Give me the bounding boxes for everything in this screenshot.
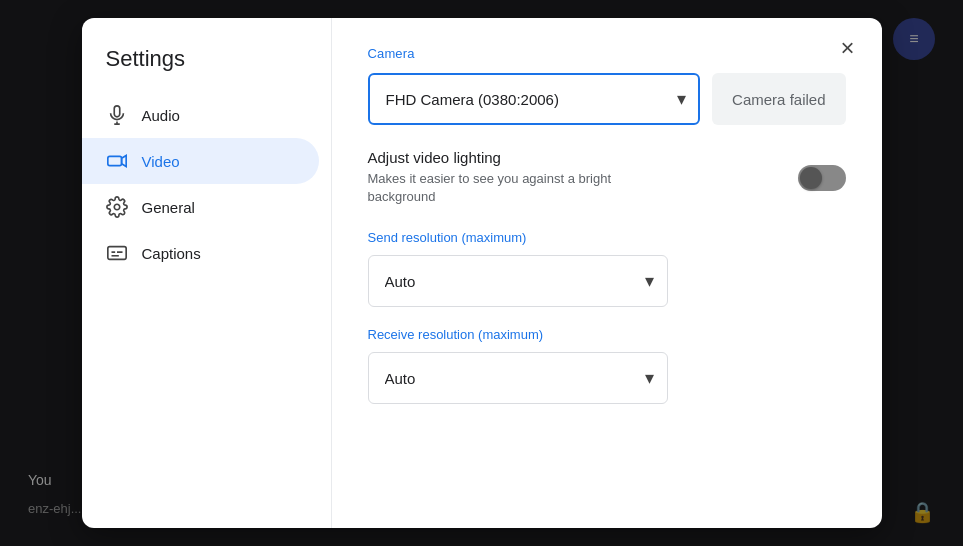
receive-resolution-select[interactable]: Auto 720p 1080p 360p	[368, 352, 668, 404]
send-resolution-label: Send resolution (maximum)	[368, 230, 846, 245]
audio-icon	[106, 104, 128, 126]
adjust-video-desc: Makes it easier to see you against a bri…	[368, 170, 668, 206]
svg-point-5	[114, 204, 120, 210]
adjust-video-title: Adjust video lighting	[368, 149, 668, 166]
sidebar-item-general-label: General	[142, 199, 195, 216]
video-icon	[106, 150, 128, 172]
captions-icon	[106, 242, 128, 264]
sidebar-item-video-label: Video	[142, 153, 180, 170]
sidebar: Settings Audio Video General	[82, 18, 332, 528]
main-content: Camera FHD Camera (0380:2006) ▾ Camera f…	[332, 18, 882, 528]
sidebar-item-captions[interactable]: Captions	[82, 230, 319, 276]
adjust-video-toggle[interactable]	[798, 165, 846, 191]
adjust-video-text: Adjust video lighting Makes it easier to…	[368, 149, 668, 206]
svg-rect-6	[107, 247, 125, 260]
receive-resolution-section: Receive resolution (maximum) Auto 720p 1…	[368, 327, 846, 404]
settings-dialog: × Settings Audio Video	[82, 18, 882, 528]
send-resolution-select-wrapper: Auto 720p 1080p 360p ▾	[368, 255, 668, 307]
camera-section-label: Camera	[368, 46, 846, 61]
receive-resolution-select-wrapper: Auto 720p 1080p 360p ▾	[368, 352, 668, 404]
sidebar-item-captions-label: Captions	[142, 245, 201, 262]
sidebar-item-general[interactable]: General	[82, 184, 319, 230]
sidebar-item-audio-label: Audio	[142, 107, 180, 124]
send-resolution-section: Send resolution (maximum) Auto 720p 1080…	[368, 230, 846, 307]
sidebar-item-video[interactable]: Video	[82, 138, 319, 184]
sidebar-item-audio[interactable]: Audio	[82, 92, 319, 138]
gear-icon	[106, 196, 128, 218]
camera-select-wrapper: FHD Camera (0380:2006) ▾	[368, 73, 701, 125]
send-resolution-select[interactable]: Auto 720p 1080p 360p	[368, 255, 668, 307]
receive-resolution-label: Receive resolution (maximum)	[368, 327, 846, 342]
modal-overlay: × Settings Audio Video	[0, 0, 963, 546]
svg-rect-3	[107, 156, 121, 165]
close-button[interactable]: ×	[830, 30, 866, 66]
svg-rect-0	[114, 106, 120, 117]
camera-row: FHD Camera (0380:2006) ▾ Camera failed	[368, 73, 846, 125]
svg-marker-4	[121, 156, 126, 167]
toggle-knob	[800, 167, 822, 189]
camera-failed-button: Camera failed	[712, 73, 845, 125]
adjust-video-row: Adjust video lighting Makes it easier to…	[368, 149, 846, 206]
camera-select[interactable]: FHD Camera (0380:2006)	[368, 73, 701, 125]
settings-title: Settings	[82, 38, 331, 92]
